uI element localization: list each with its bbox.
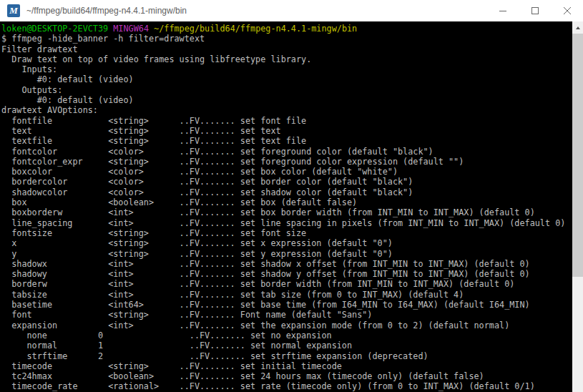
terminal-line: tc24hmax <boolean> ..FV....... set 24 ho…	[1, 371, 572, 381]
terminal-line: borderw <int> ..FV....... set border wid…	[1, 279, 572, 289]
caption-buttons	[486, 0, 583, 21]
terminal-line: timecode <string> ..FV....... set initia…	[1, 361, 572, 371]
scrollbar-thumb[interactable]	[572, 34, 583, 277]
terminal-line: loken@DESKTOP-2EVCT39 MINGW64 ~/ffmpeg/b…	[1, 24, 572, 34]
terminal-line: shadowcolor <color> ..FV....... set shad…	[1, 187, 572, 197]
terminal-line: x <string> ..FV....... set x expression …	[1, 238, 572, 248]
maximize-button[interactable]	[519, 0, 551, 21]
terminal-line: $ ffmpeg -hide_banner -h filter=drawtext	[1, 34, 572, 44]
terminal-line: none 0 ..FV....... set no expansion	[1, 330, 572, 340]
terminal-line: fontcolor <color> ..FV....... set foregr…	[1, 147, 572, 157]
terminal-line: bordercolor <color> ..FV....... set bord…	[1, 177, 572, 187]
maximize-icon	[531, 7, 539, 14]
terminal-line: line_spacing <int> ..FV....... set line …	[1, 218, 572, 228]
terminal-line: fontsize <string> ..FV....... set font s…	[1, 228, 572, 238]
terminal-line: basetime <int64> ..FV....... set base ti…	[1, 300, 572, 310]
terminal-line: y <string> ..FV....... set y expression …	[1, 249, 572, 259]
terminal-line: textfile <string> ..FV....... set text f…	[1, 136, 572, 146]
terminal-line: Inputs:	[1, 64, 572, 74]
terminal-line: font <string> ..FV....... Font name (def…	[1, 310, 572, 320]
terminal-line: boxborderw <int> ..FV....... set box bor…	[1, 207, 572, 217]
terminal-line: Filter drawtext	[1, 44, 572, 54]
terminal-line: shadowy <int> ..FV....... set shadow y o…	[1, 269, 572, 279]
terminal-line: Outputs:	[1, 85, 572, 95]
terminal-line: normal 1 ..FV....... set normal expansio…	[1, 340, 572, 351]
terminal-line: text <string> ..FV....... set text	[1, 126, 572, 136]
close-icon	[564, 7, 571, 14]
terminal[interactable]: loken@DESKTOP-2EVCT39 MINGW64 ~/ffmpeg/b…	[0, 21, 572, 392]
scroll-up-arrow-icon	[576, 26, 580, 29]
terminal-line: tabsize <int> ..FV....... set tab size (…	[1, 290, 572, 300]
terminal-line: shadowx <int> ..FV....... set shadow x o…	[1, 259, 572, 269]
scrollbar[interactable]	[572, 21, 583, 392]
terminal-line: timecode_rate <rational> ..FV....... set…	[1, 381, 572, 391]
terminal-line: strftime 2 ..FV....... set strftime expa…	[1, 351, 572, 361]
mintty-app-icon[interactable]: M	[7, 4, 20, 17]
terminal-line: Draw text on top of video frames using l…	[1, 54, 572, 64]
terminal-line: #0: default (video)	[1, 95, 572, 105]
scroll-up-button[interactable]	[572, 21, 583, 34]
terminal-line: fontfile <string> ..FV....... set font f…	[1, 116, 572, 126]
titlebar[interactable]: M ~/ffmpeg/build64/ffmpeg-n4.4.1-mingw/b…	[0, 0, 583, 21]
terminal-line: fontcolor_expr <string> ..FV....... set …	[1, 157, 572, 167]
terminal-line: expansion <int> ..FV....... set the expa…	[1, 320, 572, 330]
terminal-output: loken@DESKTOP-2EVCT39 MINGW64 ~/ffmpeg/b…	[1, 24, 572, 392]
terminal-line: boxcolor <color> ..FV....... set box col…	[1, 167, 572, 177]
terminal-line: box <boolean> ..FV....... set box (defau…	[1, 197, 572, 207]
minimize-button[interactable]	[486, 0, 519, 21]
window-title: ~/ffmpeg/build64/ffmpeg-n4.4.1-mingw/bin	[26, 6, 187, 16]
terminal-line: #0: default (video)	[1, 74, 572, 84]
terminal-line: drawtext AVOptions:	[1, 105, 572, 115]
close-button[interactable]	[551, 0, 583, 21]
minimize-icon	[499, 7, 506, 14]
terminal-window: M ~/ffmpeg/build64/ffmpeg-n4.4.1-mingw/b…	[0, 0, 583, 392]
